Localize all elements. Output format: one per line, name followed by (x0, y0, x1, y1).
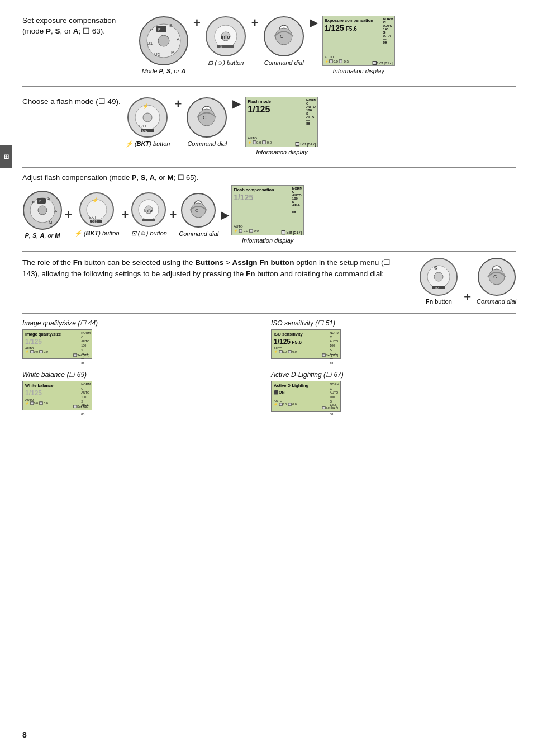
image-quality-label: Image quality/size (☐ 44) (22, 319, 268, 327)
active-dlighting-display: Active D-Lighting NORMCAUTO100SAF-A—88 ⬛… (271, 381, 341, 412)
command-dial-caption-2: Command dial (187, 140, 227, 147)
side-tab-icon: ⊞ (4, 153, 9, 160)
fn-btn-caption: ⊡ (☺) button (131, 230, 167, 237)
plus-4: + (65, 207, 72, 222)
exposure-compensation-section: Set exposure compensation (mode P, S, or… (22, 11, 516, 79)
svg-point-2 (158, 35, 169, 46)
fn-btn-block: info ⊡ (☺) button (131, 192, 167, 237)
flash-mode-display-caption: Information display (256, 149, 307, 155)
fn-cmd-dial-image: C (477, 257, 516, 296)
svg-point-34 (38, 206, 47, 215)
svg-text:P: P (39, 199, 41, 203)
disp-norm-1: NORMCAUTO100SAF-A—88 (383, 17, 393, 44)
svg-rect-51 (142, 219, 155, 221)
active-dlighting-label: Active D-Lighting (☐ 67) (271, 371, 516, 379)
flash-disp-norm: NORMCAUTO100SAF-A—88 (306, 98, 316, 125)
fn-img-col: ⚙ D32 Fn button + C Command dial (419, 257, 516, 308)
fn-main-btn-block: ⚙ D32 Fn button (419, 257, 458, 305)
svg-text:P: P (150, 27, 153, 32)
svg-text:C: C (280, 34, 284, 39)
mode-dial-image: P S A M U2 U1 P (139, 16, 189, 66)
flash-button-image: ⚡ BKT D32 (127, 97, 169, 139)
iso-sensitivity-cell: ISO sensitivity (☐ 51) ISO sensitivity N… (271, 319, 516, 359)
command-dial-caption-1: Command dial (264, 59, 304, 66)
options-grid: Image quality/size (☐ 44) Image quality/… (22, 313, 516, 412)
plus-2: + (251, 16, 259, 30)
flash-btn-sm-caption: ⚡ (BKT) button (74, 230, 120, 237)
svg-point-23 (143, 113, 152, 122)
command-dial-block-1: C Command dial (263, 16, 305, 66)
flash-comp-norm: NORMCAUTO100SAF-A—88 (292, 187, 302, 214)
flash-comp-display: Flash compensation 1/125 NORMCAUTO100SAF… (231, 185, 304, 235)
svg-text:D32: D32 (434, 286, 439, 290)
grid-divider (22, 365, 516, 365)
fn-button-image-1: info ⊡ (205, 16, 247, 58)
svg-text:C: C (195, 208, 198, 213)
fn-bold-4: Fn (246, 270, 255, 278)
arrow-1: ▶ (310, 16, 318, 29)
flash-mode-display-block: Flash mode 1/125 NORMCAUTO100SAF-A—88 AU… (245, 97, 318, 155)
flash-comp-display-block: Flash compensation 1/125 NORMCAUTO100SAF… (231, 185, 304, 244)
svg-text:M: M (171, 50, 175, 55)
fn-btn-image: info (131, 192, 167, 228)
command-dial-image-2: C (186, 97, 228, 139)
svg-text:BKT: BKT (89, 215, 97, 219)
active-dlighting-cell: Active D-Lighting (☐ 67) Active D-Lighti… (271, 371, 516, 412)
mode-dial-caption: Mode P, S, or A (142, 68, 185, 74)
svg-text:BKT: BKT (139, 124, 147, 128)
svg-text:P: P (158, 27, 161, 31)
fn-cmd-dial-block: C Command dial (477, 257, 516, 305)
command-dial-block-3: C Command dial (179, 192, 218, 237)
flash-comp-display-caption: Information display (242, 237, 293, 244)
flash-row: Choose a flash mode (☐ 49). ⚡ BKT D32 ⚡ … (22, 92, 516, 160)
info-display-caption-1: Information display (333, 68, 384, 74)
svg-text:M: M (49, 220, 53, 225)
flash-button-caption: ⚡ (BKT) button (125, 140, 170, 148)
svg-text:U1: U1 (147, 41, 153, 46)
fn-bold-1: Fn (73, 258, 83, 267)
fn-paragraph: The role of the Fn button can be selecte… (22, 257, 408, 280)
flash-text: Choose a flash mode (☐ 49). (22, 97, 121, 106)
exposure-text: Set exposure compensation (mode P, S, or… (22, 16, 116, 35)
fn-main-btn-caption: Fn button (426, 298, 452, 305)
svg-text:info: info (144, 208, 153, 213)
plus-6: + (169, 207, 177, 222)
command-dial-image-1: C (263, 16, 305, 58)
svg-text:A: A (54, 209, 58, 214)
white-balance-display: White balance NORMCAUTO100SAF-A—88 1/125… (22, 381, 92, 410)
arrow-3: ▶ (221, 208, 229, 221)
flash-compensation-section: Adjust flash compensation (mode P, S, A,… (22, 167, 516, 244)
flash-btn-sm-image: ⚡ BKT D32 (79, 192, 115, 228)
svg-text:⊡: ⊡ (220, 45, 222, 48)
flash-comp-row: P S A M P P, S, A, or M + ⚡ BKT D32 ⚡ (B… (22, 185, 516, 244)
command-dial-block-2: C Command dial (186, 97, 228, 147)
info-display-block-1: Exposure compensation 1/125 F5.6 — — · ·… (322, 16, 395, 74)
svg-text:info: info (221, 34, 230, 40)
svg-point-58 (434, 272, 443, 281)
svg-text:S: S (47, 196, 50, 201)
svg-text:D32: D32 (92, 220, 97, 223)
flash-comp-text: Adjust flash compensation (mode P, S, A,… (22, 173, 199, 182)
flash-btn-sm-block: ⚡ BKT D32 ⚡ (BKT) button (74, 192, 120, 237)
plus-3: + (175, 97, 182, 111)
fn-buttons-row: ⚙ D32 Fn button + C Command dial (419, 257, 516, 305)
image-quality-display: Image quality/size NORMCAUTO100SAF-A—88 … (22, 329, 92, 359)
exposure-instruction: Set exposure compensation (mode P, S, or… (22, 16, 134, 37)
svg-text:S: S (169, 23, 172, 28)
fn-section: The role of the Fn button can be selecte… (22, 251, 516, 308)
side-tab: ⊞ (0, 145, 12, 168)
fn-button-caption-1: ⊡ (☺) button (208, 59, 244, 67)
fn-cmd-dial-caption: Command dial (477, 298, 516, 305)
svg-text:⚡: ⚡ (92, 197, 99, 204)
fn-main-btn-image: ⚙ D32 (419, 257, 458, 296)
flash-instruction: Choose a flash mode (☐ 49). (22, 97, 121, 107)
command-dial-image-3: C (180, 192, 217, 229)
svg-text:⚡: ⚡ (142, 103, 149, 110)
fn-bold-3: Assign Fn button (232, 258, 294, 267)
plus-1: + (193, 16, 201, 30)
image-quality-cell: Image quality/size (☐ 44) Image quality/… (22, 319, 268, 359)
svg-text:D32: D32 (142, 129, 147, 133)
mode-dial-sm-image: P S A M P (22, 190, 63, 230)
iso-display: ISO sensitivity NORMCAUTO100SAF-A—88 1/1… (271, 329, 341, 359)
svg-point-54 (191, 203, 206, 218)
